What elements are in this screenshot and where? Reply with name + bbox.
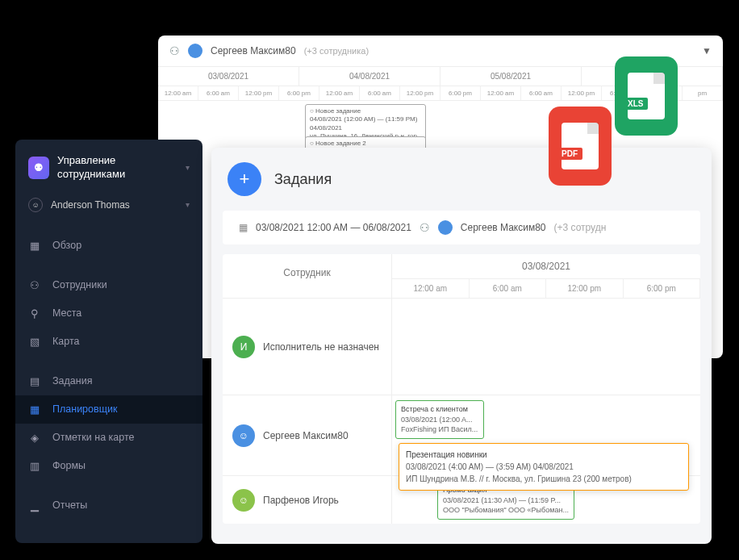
avatar <box>188 44 202 58</box>
file-icon: PDF <box>562 123 599 169</box>
task-addr: ИП Шундрина М.В. // г. Москва, ул. Гриши… <box>406 473 682 485</box>
sidebar-item-map[interactable]: ▧Карта <box>15 328 202 356</box>
date-label: 03/08/2021 <box>392 254 700 279</box>
task-area <box>392 299 700 395</box>
time-label: 6:00 pm <box>440 86 481 100</box>
sidebar-item-places[interactable]: ⚲Места <box>15 299 202 328</box>
time-label: 6:00 am <box>470 279 547 298</box>
employee-cell[interactable]: ☺ Сергеев Максим80 <box>223 395 392 475</box>
time-label: 12:00 pm <box>400 86 440 100</box>
employee-name[interactable]: Сергеев Максим80 <box>461 222 546 233</box>
clipboard-icon: ▤ <box>28 375 41 387</box>
task-title: Презентация новинки <box>406 449 682 461</box>
time-label: 12:00 pm <box>239 86 279 100</box>
calendar-icon: ▦ <box>28 403 41 416</box>
sidebar-item-label: Отметки на карте <box>52 432 134 443</box>
filter-bar: ▦ 03/08/2021 12:00 AM — 06/08/2021 ⚇ Сер… <box>223 211 700 244</box>
team-icon: ⚉ <box>28 157 49 179</box>
employee-row: И Исполнитель не назначен <box>223 298 700 395</box>
file-type-label: XLS <box>623 98 648 110</box>
employee-extra: (+3 сотрудника) <box>304 46 369 56</box>
file-icon: XLS <box>628 73 665 119</box>
avatar <box>438 220 453 235</box>
employee-name: Сергеев Максим80 <box>263 430 349 441</box>
time-label: 6:00 pm <box>279 86 319 100</box>
chevron-down-icon: ▾ <box>186 163 190 172</box>
time-label: 12:00 pm <box>546 279 624 298</box>
time-label: 12:00 am <box>158 86 198 100</box>
sidebar-item-checkins[interactable]: ◈Отметки на карте <box>15 424 202 452</box>
time-label: 6:00 pm <box>624 279 701 298</box>
add-task-button[interactable]: + <box>228 162 261 196</box>
sidebar-title: Управление сотрудниками <box>57 154 177 182</box>
sidebar-item-label: Планировщик <box>52 403 117 415</box>
time-label: 6:00 am <box>521 86 562 100</box>
sidebar-item-label: Места <box>52 307 81 319</box>
task-card-overlay[interactable]: Презентация новинки 03/08/2021 (4:00 AM)… <box>399 443 689 491</box>
date-range[interactable]: 03/08/2021 12:00 AM — 06/08/2021 <box>256 222 411 233</box>
user-name: Anderson Thomas <box>51 199 130 211</box>
sidebar-item-label: Задания <box>52 375 92 387</box>
employee-cell[interactable]: И Исполнитель не назначен <box>223 299 392 395</box>
employee-cell[interactable]: ☺ Парфенов Игорь <box>223 476 392 524</box>
time-label: 12:00 am <box>319 86 360 100</box>
task-time: 03/08/2021 (11:30 AM) — (11:59 P... <box>443 495 569 506</box>
employee-name: Исполнитель не назначен <box>263 341 379 353</box>
date-col: 03/08/2021 <box>158 67 299 86</box>
export-xls-button[interactable]: XLS <box>615 56 678 136</box>
pin-icon: ⚲ <box>28 307 41 320</box>
task-addr: FoxFishing ИП Васил... <box>401 424 478 435</box>
sidebar-item-planner[interactable]: ▦Планировщик <box>15 395 202 424</box>
time-row: 12:00 am 6:00 am 12:00 pm 6:00 pm <box>392 279 700 298</box>
sidebar-item-reports[interactable]: ▁Отчеты <box>15 491 202 520</box>
filter-icon[interactable]: ▼ <box>702 45 712 56</box>
date-col: 04/08/2021 <box>299 67 440 86</box>
col-dates: 03/08/2021 12:00 am 6:00 am 12:00 pm 6:0… <box>392 254 700 298</box>
sidebar: ⚉ Управление сотрудниками ▾ ☺ Anderson T… <box>15 140 202 543</box>
form-icon: ▥ <box>28 460 41 472</box>
employee-extra: (+3 сотрудн <box>554 222 607 233</box>
sidebar-item-employees[interactable]: ⚇Сотрудники <box>15 271 202 299</box>
employee-name: Парфенов Игорь <box>263 495 339 506</box>
chart-icon: ▁ <box>28 499 41 512</box>
sidebar-item-label: Карта <box>52 336 79 347</box>
sidebar-header[interactable]: ⚉ Управление сотрудниками ▾ <box>15 146 202 190</box>
task-title: Новое задание 2 <box>315 140 366 147</box>
user-icon: ☺ <box>28 198 43 212</box>
page-title: Задания <box>274 171 332 188</box>
time-label: 6:00 am <box>360 86 400 100</box>
task-time: 04/08/2021 (12:00 AM) — (11:59 PM) 04/08… <box>310 115 421 132</box>
task-title: Новое задание <box>315 107 361 115</box>
task-time: 03/08/2021 (12:00 A... <box>401 415 478 425</box>
task-time: 03/08/2021 (4:00 AM) — (3:59 AM) 04/08/2… <box>406 461 682 473</box>
sidebar-item-label: Сотрудники <box>52 279 107 290</box>
grid-header: Сотрудник 03/08/2021 12:00 am 6:00 am 12… <box>223 254 700 298</box>
grid-icon: ▦ <box>28 240 41 252</box>
sidebar-user[interactable]: ☺ Anderson Thomas ▾ <box>15 190 202 220</box>
employee-name: Сергеев Максим80 <box>211 45 296 56</box>
chevron-down-icon: ▾ <box>186 200 190 209</box>
sidebar-item-forms[interactable]: ▥Формы <box>15 452 202 480</box>
time-label: 12:00 pm <box>562 86 602 100</box>
export-pdf-button[interactable]: PDF <box>549 107 612 186</box>
map-icon: ▧ <box>28 336 41 348</box>
file-type-label: PDF <box>557 148 582 160</box>
avatar: ☺ <box>232 424 255 447</box>
date-col: 05/08/2021 <box>440 67 582 86</box>
col-employee-header: Сотрудник <box>223 254 392 298</box>
calendar-icon[interactable]: ▦ <box>239 222 248 233</box>
time-label: pm <box>683 86 723 100</box>
people-icon: ⚇ <box>169 44 180 57</box>
people-icon: ⚇ <box>420 221 430 234</box>
sidebar-item-tasks[interactable]: ▤Задания <box>15 367 202 395</box>
people-icon: ⚇ <box>28 279 41 291</box>
sidebar-item-label: Формы <box>52 460 86 471</box>
time-label: 6:00 am <box>198 86 239 100</box>
task-card[interactable]: Встреча с клиентом 03/08/2021 (12:00 A..… <box>395 400 484 439</box>
task-addr: ООО "Рыбомания" ООО «Рыбоман... <box>443 505 569 516</box>
sidebar-item-overview[interactable]: ▦Обзор <box>15 232 202 260</box>
avatar: ☺ <box>232 489 255 512</box>
sidebar-item-label: Отчеты <box>52 499 87 511</box>
shield-icon: ◈ <box>28 432 41 444</box>
time-label: 12:00 am <box>481 86 521 100</box>
